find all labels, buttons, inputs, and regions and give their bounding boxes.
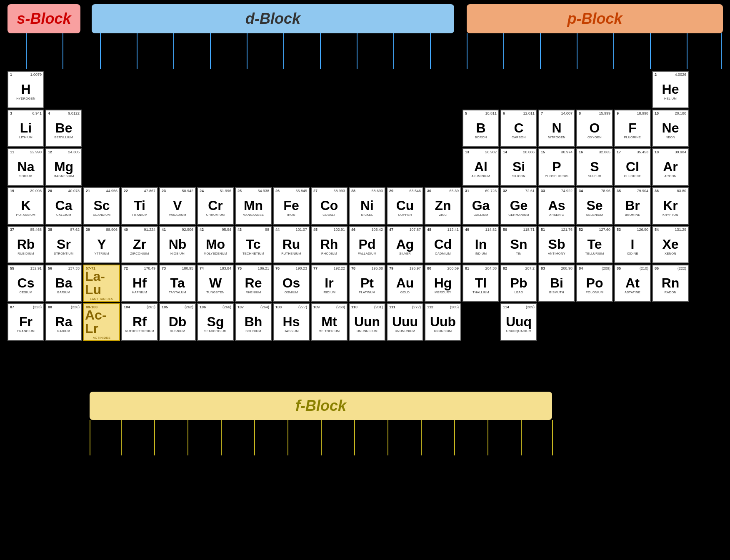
element-Ar[interactable]: 1839.984ArARGON — [652, 148, 689, 186]
element-Sg[interactable]: 106(266)SgSEABORGIUM — [197, 303, 234, 341]
element-Os[interactable]: 76190.23OsOSMIUM — [273, 265, 310, 302]
element-Kr[interactable]: 3683.80KrKRYPTON — [652, 187, 689, 225]
element-Si[interactable]: 1428.086SiSILICON — [500, 148, 537, 186]
element-Al[interactable]: 1326.982AlALUMINIUM — [462, 148, 499, 186]
element-Sr[interactable]: 3887.62SrSTRONTIUM — [45, 226, 82, 263]
element-Na[interactable]: 1122.990NaSODIUM — [8, 148, 44, 186]
element-Hs[interactable]: 108(277)HsHASSIUM — [273, 303, 310, 341]
element-Co[interactable]: 2758.993CoCOBALT — [311, 187, 348, 225]
element-Uub[interactable]: 112(285)UubUNUNBIUM — [425, 303, 461, 341]
element-Zr[interactable]: 4091.224ZrZIRCONIUM — [121, 226, 158, 263]
atomic-number-Pt: 78 — [351, 266, 355, 270]
element-Ti[interactable]: 2247.867TiTITANIUM — [121, 187, 158, 225]
atomic-weight-Os: 190.23 — [295, 266, 307, 270]
element-Po[interactable]: 84(209)PoPOLONIUM — [576, 265, 613, 302]
element-Cl[interactable]: 1735.453ClCHLORINE — [614, 148, 651, 186]
element-Te[interactable]: 52127.60TeTELLURIUM — [576, 226, 613, 263]
element-As[interactable]: 3374.922AsARSENIC — [538, 187, 575, 225]
element-Ni[interactable]: 2858.693NiNICKEL — [349, 187, 385, 225]
element-Xe[interactable]: 54131.29XeXENON — [652, 226, 689, 263]
element-Ne[interactable]: 1020.180NeNEON — [652, 110, 689, 147]
element-Ac-Lr[interactable]: 89-103Ac-LrACTINIDES — [83, 303, 120, 341]
element-Cd[interactable]: 48112.41CdCADMIUM — [425, 226, 461, 263]
element-Zn[interactable]: 3065.39ZnZINC — [425, 187, 461, 225]
element-Br[interactable]: 3579.904BrBROMINE — [614, 187, 651, 225]
element-Cr[interactable]: 2451.996CrCHROMIUM — [197, 187, 234, 225]
element-I[interactable]: 53126.90IIODINE — [614, 226, 651, 263]
element-Sc[interactable]: 2144.956ScSCANDIUM — [83, 187, 120, 225]
name-Cl: CHLORINE — [624, 174, 641, 178]
element-Pb[interactable]: 82207.2PbLEAD — [500, 265, 537, 302]
empty-7-13 — [462, 303, 499, 341]
atomic-number-C: 6 — [503, 111, 505, 115]
element-B[interactable]: 510.811BBORON — [462, 110, 499, 147]
element-Db[interactable]: 105(262)DbDUBNIUM — [159, 303, 196, 341]
element-Bh[interactable]: 107(264)BhBOHRIUM — [235, 303, 272, 341]
element-K[interactable]: 1939.098KPOTASSIUM — [8, 187, 44, 225]
element-Uun[interactable]: 110(281)UunUNUNNILIUM — [349, 303, 385, 341]
element-Fe[interactable]: 2655.845FeIRON — [273, 187, 310, 225]
vline-5 — [173, 33, 174, 69]
element-F[interactable]: 918.998FFLUORINE — [614, 110, 651, 147]
element-Mo[interactable]: 4295.94MoMOLYBDENUM — [197, 226, 234, 263]
atomic-number-La-Lu: 57-71 — [86, 266, 95, 270]
element-O[interactable]: 815.999OOXYGEN — [576, 110, 613, 147]
element-Hf[interactable]: 72178.49HfHAFNIUM — [121, 265, 158, 302]
element-Rf[interactable]: 104(261)RfRUTHERFORDIUM — [121, 303, 158, 341]
element-H[interactable]: 11.0079HHYDROGEN — [8, 71, 44, 108]
element-Mg[interactable]: 1224.305MgMAGNESIUM — [45, 148, 82, 186]
element-Au[interactable]: 79196.97AuGOLD — [387, 265, 423, 302]
element-Pt[interactable]: 78195.08PtPLATINUM — [349, 265, 385, 302]
element-N[interactable]: 714.007NNITROGEN — [538, 110, 575, 147]
element-Nb[interactable]: 4192.906NbNIOBIUM — [159, 226, 196, 263]
symbol-Sc: Sc — [93, 199, 110, 212]
atomic-weight-Uuu: (272) — [412, 305, 421, 309]
atomic-weight-K: 39.098 — [30, 189, 42, 193]
element-Mt[interactable]: 109(268)MtMEITNERIUM — [311, 303, 348, 341]
element-Cu[interactable]: 2963.546CuCOPPER — [387, 187, 423, 225]
element-Ir[interactable]: 77192.22IrIRIDIUM — [311, 265, 348, 302]
empty-1-13 — [462, 71, 499, 108]
element-W[interactable]: 74183.84WTUNGSTEN — [197, 265, 234, 302]
element-Ba[interactable]: 56137.33BaBARIUM — [45, 265, 82, 302]
element-Ta[interactable]: 73180.95TaTANTALUM — [159, 265, 196, 302]
element-Sn[interactable]: 50118.71SnTIN — [500, 226, 537, 263]
element-Be[interactable]: 49.0122BeBERYLLIUM — [45, 110, 82, 147]
element-Rb[interactable]: 3785.468RbRUBIDIUM — [8, 226, 44, 263]
element-S[interactable]: 1632.065SSULFUR — [576, 148, 613, 186]
element-Tc[interactable]: 4398TcTECHNETIUM — [235, 226, 272, 263]
symbol-Rh: Rh — [320, 238, 338, 251]
element-Fr[interactable]: 87(223)FrFRANCIUM — [8, 303, 44, 341]
element-Ag[interactable]: 47107.87AgSILVER — [387, 226, 423, 263]
element-P[interactable]: 1530.974PPHOSPHORUS — [538, 148, 575, 186]
symbol-Tl: Tl — [475, 276, 487, 290]
element-Sb[interactable]: 51121.76SbANTIMONY — [538, 226, 575, 263]
name-As: ARSENIC — [549, 213, 564, 217]
element-Hg[interactable]: 80200.59HgMERCURY — [425, 265, 461, 302]
element-In[interactable]: 49114.82InINDIUM — [462, 226, 499, 263]
element-Ru[interactable]: 44101.07RuRUTHENIUM — [273, 226, 310, 263]
element-V[interactable]: 2350.942VVANADIUM — [159, 187, 196, 225]
element-Bi[interactable]: 83208.98BiBISMUTH — [538, 265, 575, 302]
element-Ra[interactable]: 88(226)RaRADIUM — [45, 303, 82, 341]
element-Re[interactable]: 75186.21ReRHENIUM — [235, 265, 272, 302]
element-La-Lu[interactable]: 57-71La-LuLANTHANIDES — [83, 265, 120, 302]
element-Ga[interactable]: 3169.723GaGALLIUM — [462, 187, 499, 225]
element-Li[interactable]: 36.941LiLITHIUM — [8, 110, 44, 147]
element-Uuu[interactable]: 111(272)UuuUNUNUNIUM — [387, 303, 423, 341]
element-Mn[interactable]: 2554.938MnMANGANESE — [235, 187, 272, 225]
element-Ge[interactable]: 3272.61GeGERMANIUM — [500, 187, 537, 225]
element-Cs[interactable]: 55132.91CsCESIUM — [8, 265, 44, 302]
element-At[interactable]: 85(210)AtASTATINE — [614, 265, 651, 302]
element-C[interactable]: 612.011CCARBON — [500, 110, 537, 147]
element-Tl[interactable]: 81204.38TlTHALLIUM — [462, 265, 499, 302]
symbol-Ga: Ga — [472, 199, 490, 212]
element-Rn[interactable]: 86(222)RnRADON — [652, 265, 689, 302]
element-Se[interactable]: 3478.96SeSELENIUM — [576, 187, 613, 225]
element-Pd[interactable]: 46106.42PdPALLADIUM — [349, 226, 385, 263]
element-He[interactable]: 24.0026HeHELIUM — [652, 71, 689, 108]
element-Y[interactable]: 3988.906YYTTRIUM — [83, 226, 120, 263]
element-Ca[interactable]: 2040.078CaCALCIUM — [45, 187, 82, 225]
element-Uuq[interactable]: 114(289)UuqUNUNQUADIUM — [500, 303, 537, 341]
element-Rh[interactable]: 45102.91RhRHODIUM — [311, 226, 348, 263]
